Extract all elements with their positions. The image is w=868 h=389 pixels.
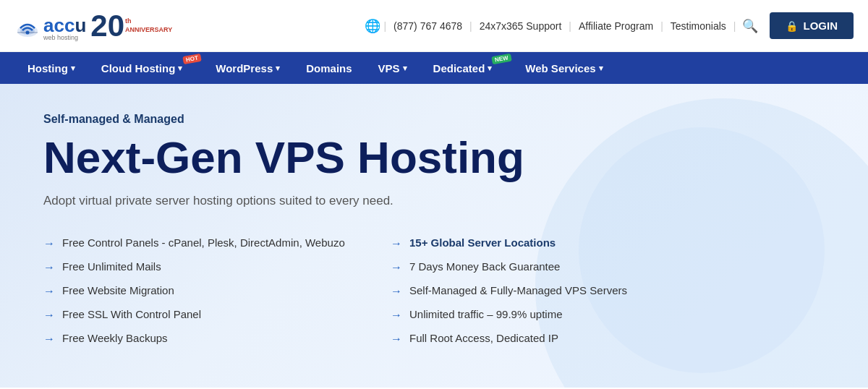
nav-item-wordpress[interactable]: WordPress ▾ xyxy=(203,52,293,84)
arrow-icon: → xyxy=(391,261,402,274)
nav-item-cloud-hosting[interactable]: Cloud Hosting ▾ HOT xyxy=(88,52,203,84)
chevron-down-icon: ▾ xyxy=(599,64,603,73)
feature-item: → Free Website Migration xyxy=(43,279,347,303)
testimonials-link[interactable]: Testimonials xyxy=(666,20,731,32)
feature-item: → 15+ Global Server Locations xyxy=(391,231,694,255)
login-button[interactable]: 🔒 LOGIN xyxy=(770,12,854,39)
feature-item: → Unlimited traffic – 99.9% uptime xyxy=(391,303,694,327)
chevron-down-icon: ▾ xyxy=(276,64,280,73)
feature-item: → 7 Days Money Back Guarantee xyxy=(391,255,694,279)
logo-icon xyxy=(14,18,41,38)
nav-item-domains[interactable]: Domains xyxy=(293,52,365,84)
hero-subtitle: Self-managed & Managed xyxy=(43,113,825,126)
arrow-icon: → xyxy=(43,261,55,274)
features-right: → 15+ Global Server Locations → 7 Days M… xyxy=(391,231,694,351)
search-icon[interactable]: 🔍 xyxy=(742,18,758,34)
arrow-icon: → xyxy=(43,285,55,298)
new-badge: NEW xyxy=(491,54,511,64)
nav-item-vps[interactable]: VPS ▾ xyxy=(365,52,420,84)
feature-item: → Full Root Access, Dedicated IP xyxy=(391,327,694,351)
nav-item-hosting[interactable]: Hosting ▾ xyxy=(14,52,88,84)
feature-item: → Free Weekly Backups xyxy=(43,327,347,351)
arrow-icon: → xyxy=(391,309,402,322)
arrow-icon: → xyxy=(43,237,55,250)
hero-description: Adopt virtual private server hosting opt… xyxy=(43,194,825,208)
arrow-icon: → xyxy=(43,309,55,322)
chevron-down-icon: ▾ xyxy=(403,64,407,73)
feature-item: → Free SSL With Control Panel xyxy=(43,303,347,327)
globe-icon[interactable]: 🌐 xyxy=(365,18,380,34)
anniversary-badge: 20 th ANNIVERSARY xyxy=(90,11,172,41)
support-link[interactable]: 24x7x365 Support xyxy=(475,20,566,32)
features-grid: → Free Control Panels - cPanel, Plesk, D… xyxy=(43,231,694,351)
nav-item-web-services[interactable]: Web Services ▾ xyxy=(512,52,616,84)
feature-item: → Free Unlimited Mails xyxy=(43,255,347,279)
phone-link[interactable]: (877) 767 4678 xyxy=(389,20,467,32)
nav-item-dedicated[interactable]: Dedicated ▾ NEW xyxy=(420,52,513,84)
hero-section: Self-managed & Managed Next-Gen VPS Host… xyxy=(0,84,868,388)
top-bar: accu web hosting 20 th ANNIVERSARY 🌐 | (… xyxy=(0,0,868,52)
feature-item: → Free Control Panels - cPanel, Plesk, D… xyxy=(43,231,347,255)
chevron-down-icon: ▾ xyxy=(178,64,182,73)
features-left: → Free Control Panels - cPanel, Plesk, D… xyxy=(43,231,347,351)
arrow-icon: → xyxy=(391,285,402,298)
main-nav: Hosting ▾ Cloud Hosting ▾ HOT WordPress … xyxy=(0,52,868,84)
affiliate-link[interactable]: Affiliate Program xyxy=(574,20,658,32)
arrow-icon: → xyxy=(43,333,55,346)
logo[interactable]: accu web hosting 20 th ANNIVERSARY xyxy=(14,11,172,41)
hero-title: Next-Gen VPS Hosting xyxy=(43,133,825,182)
chevron-down-icon: ▾ xyxy=(488,64,492,73)
arrow-icon: → xyxy=(391,237,402,250)
logo-area: accu web hosting 20 th ANNIVERSARY xyxy=(14,11,172,41)
top-navigation: 🌐 | (877) 767 4678 | 24x7x365 Support | … xyxy=(365,12,854,39)
lock-icon: 🔒 xyxy=(786,20,798,32)
arrow-icon: → xyxy=(391,333,402,346)
hot-badge: HOT xyxy=(183,54,202,64)
chevron-down-icon: ▾ xyxy=(71,64,75,73)
feature-item: → Self-Managed & Fully-Managed VPS Serve… xyxy=(391,279,694,303)
